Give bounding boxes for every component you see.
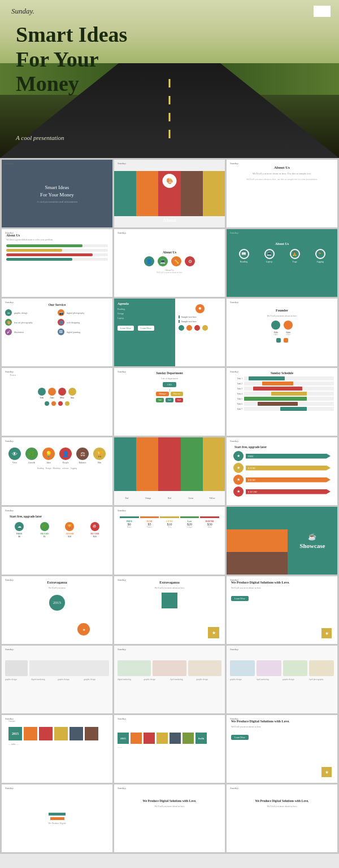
service-text: web designing xyxy=(67,321,80,324)
color-label: Red xyxy=(160,497,180,499)
social-icon[interactable] xyxy=(284,338,288,343)
slide-28[interactable]: Sunday. We Produce Digital xyxy=(2,784,112,852)
dept-box: Staff xyxy=(166,398,173,402)
slide-1[interactable]: Sunday. Smart Ideas For Your Money A coo… xyxy=(2,160,112,227)
service-item: 🌐 web designing xyxy=(58,319,109,326)
service-text: illustration xyxy=(14,331,24,334)
hero-menu-box[interactable] xyxy=(314,6,331,17)
team-name: John xyxy=(38,397,46,399)
gantt-bar xyxy=(253,387,302,391)
bottom-heading: We Produce Digital Solutions with Love. xyxy=(118,799,221,803)
port-label: April marketing xyxy=(170,678,195,681)
port-label: digital marketing xyxy=(32,678,57,681)
slide-7[interactable]: Sunday. Our Service ✏ graphic design 📷 d… xyxy=(2,299,112,366)
gantt-label: Task 5 xyxy=(230,398,244,400)
hero-title: Smart Ideas For Your Money xyxy=(16,23,127,97)
progress-fill xyxy=(6,253,93,256)
teal-strip xyxy=(114,437,136,491)
gantt-label: Task 4 xyxy=(230,393,244,395)
team-avatar xyxy=(68,388,76,396)
slide-22[interactable]: Sunday. graphic design digital marketing… xyxy=(2,646,112,713)
slide-label: Team xyxy=(10,374,108,376)
pro-icon: ★ xyxy=(233,475,244,485)
slide-14[interactable]: Teal Orange Red Green Yellow xyxy=(114,437,225,505)
learn-button[interactable]: Learn More xyxy=(231,735,249,740)
extrav-heading: Extravaganza xyxy=(119,581,220,584)
star-box: ★ xyxy=(208,627,219,638)
agenda-button2[interactable]: Learn More xyxy=(138,326,154,331)
slide-12[interactable]: Sunday. Sunday Schedule Task 1 Task 2 Ta… xyxy=(227,368,337,436)
team-avatar xyxy=(58,388,66,396)
social-icons xyxy=(231,338,333,343)
slide-23[interactable]: Sunday. digital marketing graphic design… xyxy=(114,646,225,713)
service-item: 🎨 fine art photography xyxy=(5,319,56,326)
slide-11[interactable]: Sunday. Sunday Department List of depart… xyxy=(114,368,225,436)
service-item: 📷 digital photography xyxy=(58,309,109,316)
slide-5[interactable]: Sunday. About Us 👤 💻 ✏️ ⚙ About Us We'll… xyxy=(114,229,225,297)
slide-18[interactable]: ☕ Showcase xyxy=(227,507,337,575)
slide-27[interactable]: Sunday. We Produce Digital Solutions wit… xyxy=(227,715,337,783)
jogging-icon: 🏃 xyxy=(315,249,325,259)
web-icon: 🌐 xyxy=(58,319,64,326)
slide-29[interactable]: Sunday. We Produce Digital Solutions wit… xyxy=(114,784,225,852)
pro-val: $10 xyxy=(59,535,80,538)
slide-9[interactable]: Sunday. Founder We'll tell you more abou… xyxy=(227,299,337,366)
port-item xyxy=(29,660,109,676)
slide-16[interactable]: Sunday. Start free, upgrade later ☁ FREE… xyxy=(2,507,112,575)
slide-brand: Sunday. xyxy=(5,648,14,651)
digital-heading: We Produce Digital Solutions with Love. xyxy=(231,581,333,584)
service-heading: Our Service xyxy=(5,303,109,306)
extrav-desc: We'll tell you more xyxy=(6,586,108,589)
port-label: graphic design xyxy=(197,678,222,681)
dept-row: Manager Director xyxy=(156,392,182,396)
bulb-icon: 💡 xyxy=(42,448,55,460)
about-text: We have a great skilled team to solve yo… xyxy=(6,238,108,241)
social-icon[interactable] xyxy=(276,338,281,343)
team-row: John Anne Mike Sara xyxy=(6,388,108,399)
slide-brand: Sunday. xyxy=(230,578,239,581)
port-label: April photography xyxy=(309,678,334,681)
slide-brand: Sunday. xyxy=(5,301,14,304)
color-square xyxy=(24,727,37,740)
slide-30[interactable]: Sunday. We Produce Digital Solutions wit… xyxy=(227,784,337,852)
extrav-heading: Extravaganza xyxy=(6,581,108,584)
slide-26[interactable]: Sunday. 2015 So1k — — xyxy=(114,715,225,783)
slide-25[interactable]: Sunday. Smart 2015 — table — xyxy=(2,715,112,783)
small-icon xyxy=(179,325,184,331)
slide-3[interactable]: Sunday. About Us We'll tell you more abo… xyxy=(227,160,337,227)
slide-brand: Sunday. xyxy=(5,162,14,165)
gantt-row: Task 5 xyxy=(230,397,334,401)
gantt-bar-wrap xyxy=(244,387,334,391)
port-labels: digital marketing graphic design April m… xyxy=(118,678,221,681)
yellow-strip xyxy=(203,437,225,491)
slide-21[interactable]: Sunday. We Produce Digital Solutions wit… xyxy=(227,576,337,644)
reading-icon: 📖 xyxy=(239,249,249,259)
slide-2[interactable]: Sunday. 🎨 About xyxy=(114,160,225,227)
gantt-row: Task 1 xyxy=(230,376,334,380)
eye-icon: 👁 xyxy=(8,448,21,460)
slide-13[interactable]: Sunday. 👁 View 🌿 Growth 💡 Idea 👤 People … xyxy=(2,437,112,505)
free-bar: FREE xyxy=(246,454,331,459)
slide-6[interactable]: Sunday. About Us 📖 Reading 💻 Laptop 🧘 Yo… xyxy=(227,229,337,297)
item-label: software xyxy=(62,467,69,470)
agenda-button[interactable]: Learn More xyxy=(118,326,134,331)
digital-button[interactable]: Learn More xyxy=(231,596,249,601)
slide-17[interactable]: Sunday. FREE $0 Basic 1GSD $5 Starter £1… xyxy=(114,507,225,575)
bar xyxy=(50,817,64,820)
pricing-title: Start free, upgrade later xyxy=(10,515,105,518)
port-row xyxy=(5,660,109,676)
port-label: graphic design xyxy=(58,678,83,681)
slide-20[interactable]: Sunday. Extravaganza We'll tell you more… xyxy=(114,576,225,644)
slide-15[interactable]: Sunday. Start free, upgrade later ★ FREE… xyxy=(227,437,337,505)
price-row: ★ $ 6USD xyxy=(233,475,331,485)
slide-10[interactable]: Sunday. Team John Anne Mike Sara xyxy=(2,368,112,436)
slide-8[interactable]: Sunday. Agenda Reading Design Laptop Lea… xyxy=(114,299,225,366)
slide-24[interactable]: Sunday. graphic design April marketing g… xyxy=(227,646,337,713)
port-item xyxy=(257,660,281,676)
showcase-left xyxy=(227,507,288,575)
slide-19[interactable]: Sunday. Extravaganza We'll tell you more… xyxy=(2,576,112,644)
agenda-left: Agenda Reading Design Laptop Learn More … xyxy=(114,299,175,366)
slide-brand: Sunday. xyxy=(5,578,14,581)
slide-4[interactable]: Sunday. About Us We have a great skilled… xyxy=(2,229,112,297)
extrav-desc: We'll tell you more about us here xyxy=(119,586,220,589)
